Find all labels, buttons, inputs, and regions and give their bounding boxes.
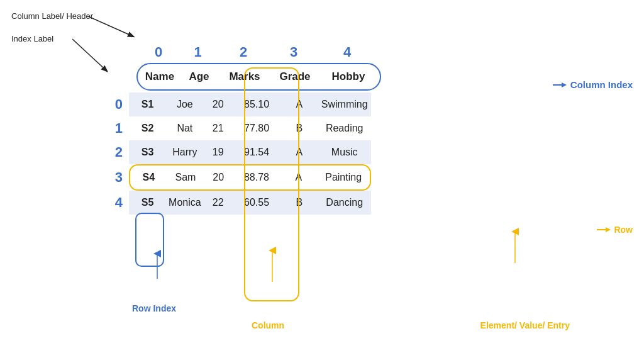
cell-s5-name: Monica [166,191,203,215]
row-label-text: Row [614,225,633,235]
cell-s1-marks: 85.10 [233,93,280,116]
cell-s5-age: 22 [203,191,233,215]
data-section: 0 S1 Joe 20 85.10 A Swimming 1 S2 Nat 21… [97,93,381,215]
row-index-border [135,213,164,267]
col-num-2: 2 [215,44,272,60]
row-idx-2: 2 [97,144,123,160]
cell-s4-idx: S4 [130,166,167,189]
header-row: Name Age Marks Grade Hobby [136,63,381,91]
header-hobby: Hobby [317,67,380,87]
header-name: Name [138,67,182,87]
table-row: 1 S2 Nat 21 77.80 B Reading [97,116,381,140]
col-num-4: 4 [316,44,379,60]
row-arrow-icon [597,225,611,234]
cell-s3-idx: S3 [129,140,166,164]
col-index-label: Column Index [553,79,633,90]
row-idx-4: 4 [97,194,123,211]
col-num-1: 1 [180,44,215,60]
data-row-0: S1 Joe 20 85.10 A Swimming [129,93,371,116]
row-idx-0: 0 [97,96,123,113]
element-arrow [477,263,553,313]
header-age: Age [182,67,216,87]
cell-s1-idx: S1 [129,93,166,116]
data-row-4: S5 Monica 22 60.55 B Dancing [129,191,371,215]
cell-s4-name: Sam [167,166,204,189]
data-row-1: S2 Nat 21 77.80 B Reading [129,116,371,140]
cell-s4-grade: A [280,166,318,189]
cell-s4-age: 20 [204,166,233,189]
col-num-0: 0 [136,44,180,60]
table-row: 2 S3 Harry 19 91.54 A Music [97,140,381,164]
col-num-3: 3 [272,44,316,60]
cell-s5-grade: B [280,191,318,215]
cell-s2-hobby: Reading [318,116,371,140]
cell-s1-age: 20 [203,93,233,116]
table-area: 0 1 2 3 4 Name Age Marks Grade Hobby 0 S… [97,44,381,215]
svg-marker-3 [562,82,567,87]
cell-s4-marks: 88.78 [233,166,280,189]
cell-s3-hobby: Music [318,140,371,164]
column-label: Column [252,320,284,330]
cell-s3-marks: 91.54 [233,140,280,164]
element-label: Element/ Value/ Entry [480,320,570,330]
col-label-annotation: Column Label/ Header [11,11,93,21]
column-arrow [269,282,275,320]
cell-s1-name: Joe [166,93,203,116]
cell-s1-grade: A [280,93,318,116]
cell-s2-name: Nat [166,116,203,140]
cell-s5-marks: 60.55 [233,191,280,215]
cell-s3-name: Harry [166,140,203,164]
row-label: Row [597,225,633,235]
col-index-arrow-icon [553,81,567,89]
col-numbers-row: 0 1 2 3 4 [136,44,381,60]
cell-s2-grade: B [280,116,318,140]
cell-s5-hobby: Dancing [318,191,371,215]
cell-s3-grade: A [280,140,318,164]
cell-s2-idx: S2 [129,116,166,140]
cell-s5-idx: S5 [129,191,166,215]
page-container: Column Label/ Header Index Label Column … [0,0,644,348]
index-label-annotation: Index Label [11,34,53,43]
cell-s2-age: 21 [203,116,233,140]
table-row: 3 S4 Sam 20 88.78 A Painting [97,164,381,191]
data-row-3-highlighted: S4 Sam 20 88.78 A Painting [129,164,371,191]
col-index-text: Column Index [570,79,633,90]
cell-s2-marks: 77.80 [233,116,280,140]
row-idx-3: 3 [97,169,123,186]
header-marks: Marks [216,67,273,87]
data-row-2: S3 Harry 19 91.54 A Music [129,140,371,164]
svg-marker-8 [606,227,611,232]
cell-s4-hobby: Painting [317,166,370,189]
header-grade: Grade [273,67,317,87]
cell-s3-age: 19 [203,140,233,164]
cell-s1-hobby: Swimming [318,93,371,116]
header-row-wrapper: Name Age Marks Grade Hobby [136,63,381,91]
row-index-arrow [154,279,160,313]
row-idx-1: 1 [97,120,123,137]
table-row: 4 S5 Monica 22 60.55 B Dancing [97,191,381,215]
table-row: 0 S1 Joe 20 85.10 A Swimming [97,93,381,116]
